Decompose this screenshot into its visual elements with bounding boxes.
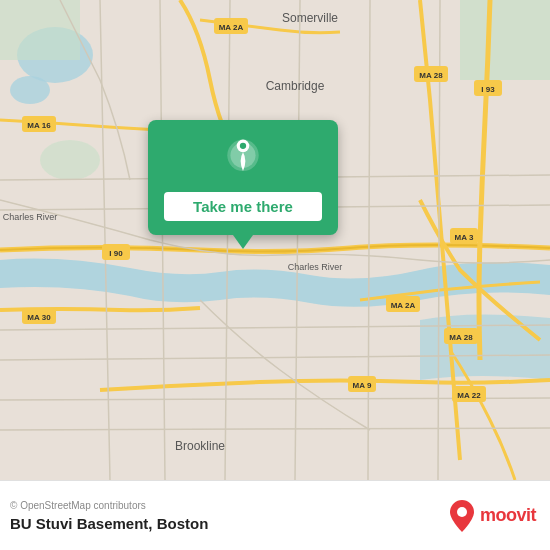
popup-card: Take me there (148, 120, 338, 235)
moovit-logo: moovit (448, 498, 536, 534)
svg-rect-3 (460, 0, 550, 80)
svg-point-48 (240, 143, 246, 149)
svg-text:MA 22: MA 22 (457, 391, 481, 400)
map-container: MA 2A MA 16 I 90 MA 30 MA 9 I 93 MA 28 M… (0, 0, 550, 480)
moovit-pin-icon (448, 498, 476, 534)
svg-text:I 90: I 90 (109, 249, 123, 258)
svg-text:MA 28: MA 28 (449, 333, 473, 342)
take-me-there-button[interactable]: Take me there (164, 192, 322, 221)
svg-rect-4 (0, 0, 80, 60)
svg-text:MA 30: MA 30 (27, 313, 51, 322)
svg-text:Somerville: Somerville (282, 11, 338, 25)
svg-point-2 (10, 76, 50, 104)
svg-text:MA 2A: MA 2A (391, 301, 416, 310)
bottom-left: © OpenStreetMap contributors BU Stuvi Ba… (10, 500, 208, 532)
svg-text:Charles River: Charles River (3, 212, 58, 222)
svg-text:Brookline: Brookline (175, 439, 225, 453)
bottom-bar: © OpenStreetMap contributors BU Stuvi Ba… (0, 480, 550, 550)
svg-text:Charles River: Charles River (288, 262, 343, 272)
svg-text:I 93: I 93 (481, 85, 495, 94)
svg-text:MA 2A: MA 2A (219, 23, 244, 32)
svg-text:MA 28: MA 28 (419, 71, 443, 80)
map-attribution: © OpenStreetMap contributors (10, 500, 208, 511)
svg-text:Cambridge: Cambridge (266, 79, 325, 93)
svg-text:MA 9: MA 9 (353, 381, 372, 390)
svg-point-5 (40, 140, 100, 180)
moovit-text: moovit (480, 505, 536, 526)
svg-text:MA 3: MA 3 (455, 233, 474, 242)
map-background: MA 2A MA 16 I 90 MA 30 MA 9 I 93 MA 28 M… (0, 0, 550, 480)
svg-text:MA 16: MA 16 (27, 121, 51, 130)
location-name: BU Stuvi Basement, Boston (10, 515, 208, 532)
location-pin-icon (221, 138, 265, 182)
svg-point-49 (457, 507, 467, 517)
